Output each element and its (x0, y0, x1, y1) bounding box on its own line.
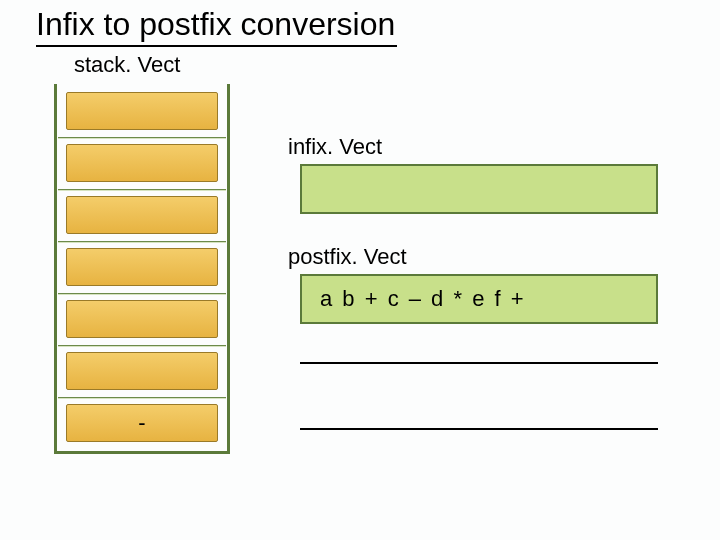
postfix-value: a b + c – d * e f + (320, 286, 526, 312)
infix-label: infix. Vect (288, 134, 382, 160)
stack-separator (58, 293, 226, 295)
page-title: Infix to postfix conversion (36, 6, 397, 47)
stack-separator (58, 189, 226, 191)
stack-separator (58, 241, 226, 243)
stack-container: - (54, 84, 230, 454)
stack-cell (66, 248, 218, 286)
stack-separator (58, 345, 226, 347)
stack-cell-value: - (67, 410, 217, 436)
stack-border-right (227, 84, 230, 454)
stack-cell (66, 196, 218, 234)
infix-box (300, 164, 658, 214)
stack-separator (58, 137, 226, 139)
divider-line (300, 362, 658, 364)
postfix-label: postfix. Vect (288, 244, 407, 270)
stack-cell (66, 300, 218, 338)
stack-cell (66, 92, 218, 130)
stack-border-left (54, 84, 57, 454)
stack-separator (58, 397, 226, 399)
stack-cell (66, 352, 218, 390)
stack-label: stack. Vect (74, 52, 180, 78)
stack-cell (66, 144, 218, 182)
postfix-box: a b + c – d * e f + (300, 274, 658, 324)
divider-line (300, 428, 658, 430)
stack-cell: - (66, 404, 218, 442)
stack-border-bottom (54, 451, 230, 454)
